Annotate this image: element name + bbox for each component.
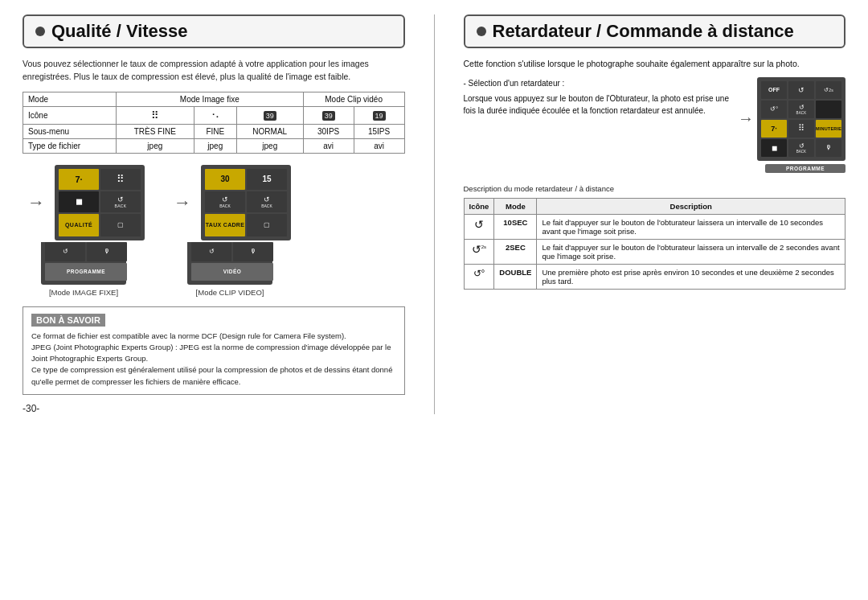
table-row: Sous-menu TRÈS FINE FINE NORMAL 30IPS 15… (23, 124, 405, 138)
cam-label-taux: TAUX CADRE (205, 214, 245, 236)
diagram-clip-video-label: [Mode CLIP VIDEO] (196, 288, 264, 297)
cam-cell-7: 7· (761, 120, 787, 138)
cam-cell-back-3: ↺ BACK (247, 191, 287, 212)
table-cell: jpeg (116, 138, 194, 153)
table-cell: Mode Clip vidéo (303, 92, 404, 106)
cam-programme-row: ↺ 🎙 PROGRAMME (41, 242, 126, 285)
arrow-right-icon: → (738, 109, 754, 128)
obturateur-text: Lorsque vous appuyez sur le bouton de l'… (464, 92, 731, 117)
cam-cell: ⠿ (100, 169, 141, 190)
table-cell: avi (354, 138, 404, 153)
cam-ui-right: OFF ↺ ↺2s ↺° ↺ BACK 7· ⠿ MINUTERIE (757, 77, 845, 161)
table-cell: Type de fichier (23, 138, 117, 153)
table-cell: ⠐⠄ (194, 106, 236, 124)
table-cell: 39 (303, 106, 354, 124)
description-label: Description du mode retardateur / à dist… (464, 184, 846, 193)
table-row-double: ↺° DOUBLE Une première photo est prise a… (464, 264, 845, 289)
cam-cell: ▢ (247, 214, 287, 236)
table-cell: Mode Image fixe (116, 92, 303, 106)
retard-text-block: - Sélection d'un retardateur : Lorsque v… (464, 77, 731, 173)
arrow-icon-2: → (174, 192, 191, 213)
cam-cell-off: OFF (761, 81, 787, 99)
bon-savoir-title: BON À SAVOIR (31, 314, 105, 327)
cam-cell: 7· (59, 169, 99, 190)
table-row: Mode Mode Image fixe Mode Clip vidéo (23, 92, 405, 106)
table-cell: NORMAL (236, 124, 303, 138)
icon-2sec: ↺2s (464, 239, 494, 264)
cam-cell: 🎙 (233, 242, 273, 261)
cam-video-row: ↺ 🎙 VIDÉO (187, 242, 272, 285)
diagram-image-fixe-label: [Mode IMAGE FIXE] (49, 288, 118, 297)
left-title: Qualité / Vitesse (23, 14, 405, 48)
table-cell: TRÈS FINE (116, 124, 194, 138)
table-cell: jpeg (194, 138, 236, 153)
cam-cell: ▢ (100, 214, 141, 236)
mode-double: DOUBLE (494, 264, 537, 289)
retard-section: - Sélection d'un retardateur : Lorsque v… (464, 77, 846, 173)
diagram-image-fixe: → 7· ⠿ ◼ ↺ BACK QUALITÉ (23, 165, 145, 297)
diagram-clip-video: → 30 15 ↺ BACK ↺ BACK (169, 165, 291, 297)
right-column: Retardateur / Commande à distance Cette … (464, 14, 846, 414)
title-bullet-right (477, 27, 486, 36)
cam-label-programme-right: PROGRAMME (765, 164, 845, 173)
right-title: Retardateur / Commande à distance (464, 14, 846, 48)
table-row: Icône ⠿ ⠐⠄ 39 39 19 (23, 106, 405, 124)
cam-cell: ↺ (191, 242, 231, 261)
cam-cell-10sec: ↺ (788, 81, 814, 99)
cam-label-programme: PROGRAMME (45, 263, 127, 281)
col-icone: Icône (464, 198, 494, 214)
cam-cell: 15 (247, 169, 287, 190)
table-cell: avi (303, 138, 354, 153)
table-cell: Icône (23, 106, 117, 124)
cam-cell-mic: 🎙 (816, 139, 841, 157)
cam-ui-clip-video: 30 15 ↺ BACK ↺ BACK TAUX CADRE ▢ (201, 165, 291, 240)
diagrams-row: → 7· ⠿ ◼ ↺ BACK QUALITÉ (23, 165, 405, 297)
table-header-row: Icône Mode Description (464, 198, 845, 214)
table-cell: Sous-menu (23, 124, 117, 138)
arrow-cam-row: → OFF ↺ ↺2s ↺° ↺ BACK (738, 77, 845, 161)
desc-double: Une première photo est prise après envir… (537, 264, 845, 289)
cam-label-video: VIDÉO (191, 263, 273, 281)
left-intro: Vous pouvez sélectionner le taux de comp… (23, 58, 405, 84)
cam-cell: 🎙 (87, 242, 127, 261)
mode-2sec: 2SEC (494, 239, 537, 264)
table-cell: jpeg (236, 138, 303, 153)
cam-cell-back: ↺ BACK (100, 191, 141, 212)
selection-label: - Sélection d'un retardateur : (464, 77, 731, 89)
page-divider (434, 14, 435, 414)
cam-ui-image-fixe: 7· ⠿ ◼ ↺ BACK QUALITÉ ▢ (55, 165, 145, 240)
right-cam-wrapper: → OFF ↺ ↺2s ↺° ↺ BACK (738, 77, 845, 173)
cam-cell-grid: ⠿ (788, 120, 814, 138)
desc-2sec: Le fait d'appuyer sur le bouton de l'obt… (537, 239, 845, 264)
quality-table: Mode Mode Image fixe Mode Clip vidéo Icô… (23, 92, 405, 154)
page-number: -30- (23, 403, 405, 414)
title-bullet (35, 27, 45, 36)
cam-label-minuterie: MINUTERIE (816, 120, 841, 138)
cam-cell-empty (816, 101, 841, 118)
icon-double: ↺° (464, 264, 494, 289)
cam-cell: ◼ (59, 191, 99, 212)
table-cell: 30IPS (303, 124, 354, 138)
table-row-10sec: ↺ 10SEC Le fait d'appuyer sur le bouton … (464, 214, 845, 239)
icon-10sec: ↺ (464, 214, 494, 239)
right-title-text: Retardateur / Commande à distance (493, 21, 794, 42)
table-cell: 15IPS (354, 124, 404, 138)
bon-savoir-text: Ce format de fichier est compatible avec… (31, 331, 396, 388)
col-mode: Mode (494, 198, 537, 214)
desc-10sec: Le fait d'appuyer sur le bouton de l'obt… (537, 214, 845, 239)
table-cell: ⠿ (116, 106, 194, 124)
cam-cell: 30 (205, 169, 245, 190)
arrow-icon: → (27, 192, 45, 213)
mode-10sec: 10SEC (494, 214, 537, 239)
table-cell: 39 (236, 106, 303, 124)
bon-savoir-box: BON À SAVOIR Ce format de fichier est co… (23, 306, 405, 395)
cam-cell-2sec: ↺2s (816, 81, 841, 99)
cam-cell-double: ↺° (761, 101, 787, 118)
right-intro: Cette fonction s'utilise lorsque le phot… (464, 58, 846, 71)
table-cell: Mode (23, 92, 117, 106)
cam-cell: ↺ (45, 242, 85, 261)
cam-label-qualite: QUALITÉ (59, 214, 99, 236)
cam-cell-back-r2: ↺ BACK (788, 139, 814, 157)
table-cell: 19 (354, 106, 404, 124)
left-column: Qualité / Vitesse Vous pouvez sélectionn… (23, 14, 405, 414)
